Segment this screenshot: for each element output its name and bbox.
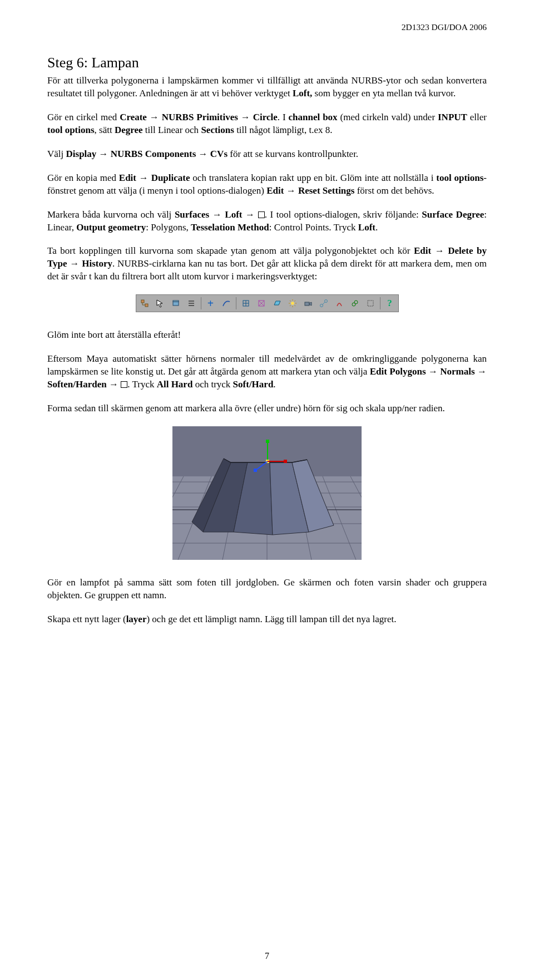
text: Ta bort kopplingen till kurvorna som ska… — [47, 245, 414, 256]
paragraph-display: Välj Display → NURBS Components → CVs fö… — [47, 148, 487, 161]
text: till något lämpligt, t.ex 8. — [234, 125, 333, 135]
text: Gör en kopia med — [47, 173, 119, 183]
text: och tryck — [192, 379, 233, 390]
text: till Linear och — [143, 125, 201, 135]
svg-rect-4 — [173, 302, 179, 306]
svg-line-21 — [294, 306, 295, 307]
filter-dynamic-icon[interactable] — [348, 297, 362, 310]
svg-line-20 — [290, 301, 291, 302]
filter-subd-icon[interactable] — [254, 297, 269, 310]
keyword-outputgeometry: Output geometry — [76, 222, 146, 233]
text: för att se kurvans kontrollpunkter. — [228, 149, 358, 159]
menu-path: Edit → Duplicate — [119, 173, 190, 183]
paragraph-history: Ta bort kopplingen till kurvorna som ska… — [47, 245, 487, 283]
filter-select-icon[interactable] — [363, 297, 378, 310]
menu-path: Create → NURBS Primitives → Circle — [120, 112, 278, 122]
svg-rect-24 — [305, 302, 309, 306]
menu-path: Edit → Reset Settings — [266, 185, 354, 196]
paragraph-duplicate: Gör en kopia med Edit → Duplicate och tr… — [47, 172, 487, 198]
svg-rect-53 — [266, 440, 269, 443]
keyword-allhard: All Hard — [157, 379, 193, 390]
keyword-degree: Degree — [115, 125, 143, 135]
keyword-tooloptions: tool options — [47, 125, 95, 135]
menu-path: Surfaces → Loft → — [175, 209, 258, 220]
paragraph-normals: Eftersom Maya automatiskt sätter hörnens… — [47, 353, 487, 391]
filter-object-icon[interactable] — [169, 297, 183, 310]
text: ) och ge det ett lämpligt namn. Lägg til… — [146, 614, 396, 624]
lampshade-viewport — [172, 426, 362, 560]
paragraph-reminder: Glöm inte bort att återställa efteråt! — [47, 329, 487, 342]
header-course-code: 2D1323 DGI/DOA 2006 — [47, 22, 487, 32]
paragraph-scale: Forma sedan till skärmen genom att marke… — [47, 402, 487, 415]
paragraph-loft: Markera båda kurvorna och välj Surfaces … — [47, 209, 487, 234]
text: Markera båda kurvorna och välj — [47, 209, 175, 220]
keyword-softhard: Soft/Hard — [233, 379, 274, 390]
text: Gör en cirkel med — [47, 112, 120, 122]
filter-arrow-icon[interactable] — [153, 297, 167, 310]
svg-line-23 — [294, 301, 295, 302]
filter-curve-icon[interactable] — [219, 297, 234, 310]
text: . Tryck — [127, 379, 156, 390]
separator — [380, 297, 380, 309]
keyword-input: INPUT — [438, 112, 467, 122]
svg-rect-57 — [254, 469, 257, 472]
optionbox-icon — [121, 381, 127, 388]
filter-joint-icon[interactable] — [317, 297, 331, 310]
svg-rect-30 — [368, 301, 373, 306]
filter-camera-icon[interactable] — [301, 297, 315, 310]
svg-point-29 — [354, 301, 358, 304]
lampshade-figure — [47, 426, 487, 560]
keyword-loft: Loft, — [293, 88, 312, 99]
filter-light-icon[interactable] — [285, 297, 300, 310]
keyword-layer: layer — [126, 614, 147, 624]
paragraph-lampfoot: Gör en lampfot på samma sätt som foten t… — [47, 577, 487, 602]
text: som bygger en yta mellan två kurvor. — [312, 88, 456, 99]
keyword-surfacedegree: Surface Degree — [422, 209, 484, 220]
svg-rect-1 — [145, 304, 148, 307]
separator — [201, 297, 201, 309]
text: . — [273, 379, 275, 390]
keyword-tooloptions: tool options — [436, 173, 483, 183]
page-number: 7 — [0, 951, 534, 961]
menu-path: Display → NURBS Components → CVs — [66, 149, 228, 159]
filter-plus-icon[interactable]: + — [204, 297, 218, 310]
document-page: 2D1323 DGI/DOA 2006 Steg 6: Lampan För a… — [0, 0, 534, 980]
paragraph-circle: Gör en cirkel med Create → NURBS Primiti… — [47, 111, 487, 137]
svg-line-27 — [323, 302, 325, 304]
text: först om det behövs. — [354, 185, 434, 196]
text: . NURBS-cirklarna kan nu tas bort. Det g… — [47, 258, 487, 282]
paragraph-intro: För att tillverka polygonerna i lampskär… — [47, 75, 487, 100]
filter-plane-icon[interactable] — [270, 297, 284, 310]
toolbar-screenshot: + — [47, 294, 487, 312]
text: , sätt — [95, 125, 115, 135]
help-icon[interactable]: ? — [383, 297, 397, 310]
text: Skapa ett nytt lager ( — [47, 614, 126, 624]
filter-lines-icon[interactable] — [184, 297, 199, 310]
keyword-tesselation: Tesselation Method — [191, 222, 269, 233]
text: : Control Points. Tryck — [269, 222, 358, 233]
text: (med cirkeln vald) under — [338, 112, 438, 122]
paragraph-layer: Skapa ett nytt lager (layer) och ge det … — [47, 613, 487, 626]
svg-point-15 — [291, 302, 294, 305]
text: . I — [278, 112, 289, 122]
svg-rect-55 — [284, 460, 287, 463]
keyword-loft: Loft — [358, 222, 375, 233]
text: Välj — [47, 149, 66, 159]
keyword-sections: Sections — [201, 125, 234, 135]
filter-deform-icon[interactable] — [332, 297, 347, 310]
svg-rect-5 — [173, 301, 179, 302]
svg-point-26 — [324, 300, 327, 303]
svg-point-25 — [320, 304, 323, 307]
optionbox-icon — [258, 211, 265, 218]
text: : Polygons, — [146, 222, 191, 233]
section-title: Steg 6: Lampan — [47, 55, 487, 71]
keyword-channelbox: channel box — [289, 112, 338, 122]
filter-hierarchy-icon[interactable] — [137, 297, 152, 310]
text: eller — [467, 112, 487, 122]
separator — [236, 297, 236, 309]
filter-polygon-icon[interactable] — [239, 297, 253, 310]
text: . — [375, 222, 378, 233]
svg-line-22 — [290, 306, 291, 307]
text: . I tool options-dialogen, skriv följand… — [265, 209, 422, 220]
text: och translatera kopian rakt upp en bit. … — [190, 173, 437, 183]
